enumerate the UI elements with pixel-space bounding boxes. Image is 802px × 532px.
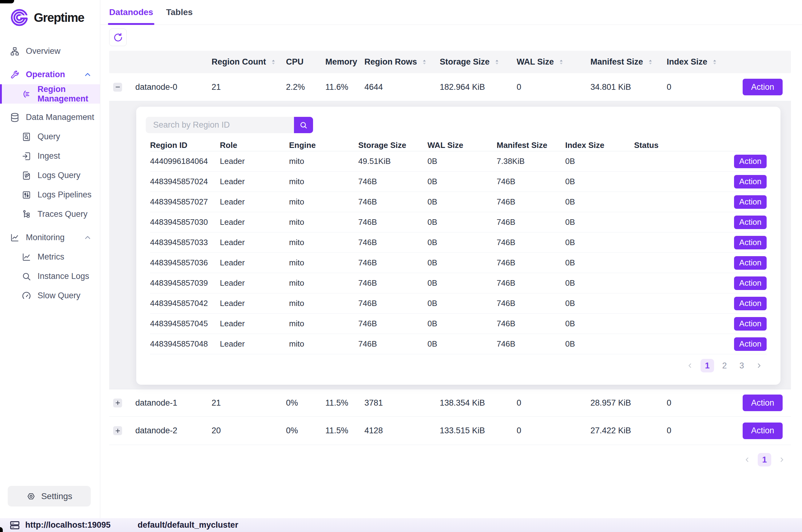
sidebar-item-overview[interactable]: Overview — [0, 41, 100, 61]
cell-storage-size: 49.51KiB — [358, 156, 427, 166]
region-action-button[interactable]: Action — [734, 277, 767, 290]
sitemap-icon — [10, 46, 20, 56]
cell-manifest-size: 28.957 KiB — [590, 398, 667, 408]
brand-name: Greptime — [34, 11, 84, 25]
chevron-up-icon[interactable] — [83, 233, 92, 242]
region-table-row: 4483945857036 Leader mito 746B 0B 746B 0… — [150, 253, 767, 273]
cell-memory: 11.6% — [325, 82, 364, 92]
prev-page-icon[interactable] — [683, 359, 697, 373]
sidebar-item-data-management[interactable]: Data Management — [0, 108, 100, 127]
cell-storage-size: 746B — [358, 299, 427, 308]
region-table-body: 4440996184064 Leader mito 49.51KiB 0B 7.… — [150, 151, 767, 354]
datanodes-table-header: Region Count CPU Memory Region Rows Stor… — [109, 51, 791, 73]
sort-icon[interactable] — [493, 58, 501, 66]
cell-wal-size: 0B — [427, 177, 497, 186]
sort-icon[interactable] — [647, 58, 654, 66]
search-button[interactable] — [294, 117, 313, 133]
cell-storage-size: 746B — [358, 238, 427, 247]
cell-role: Leader — [220, 319, 289, 328]
cell-engine: mito — [289, 156, 358, 166]
region-action-button[interactable]: Action — [734, 317, 767, 330]
sidebar-item-slow-query[interactable]: Slow Query — [0, 286, 100, 305]
column-label: Region Count — [212, 57, 266, 67]
magnifier-icon — [21, 271, 31, 281]
action-button[interactable]: Action — [743, 395, 783, 411]
action-button[interactable]: Action — [743, 422, 783, 439]
sort-icon[interactable] — [711, 58, 718, 66]
sidebar-item-monitoring[interactable]: Monitoring — [0, 228, 100, 247]
cell-role: Leader — [220, 177, 289, 186]
region-action-button[interactable]: Action — [734, 297, 767, 310]
sidebar-item-query[interactable]: Query — [0, 127, 100, 146]
chevron-up-icon[interactable] — [83, 71, 92, 79]
region-action-button[interactable]: Action — [734, 155, 767, 168]
tree-icon — [21, 209, 31, 219]
page-1[interactable]: 1 — [701, 359, 714, 373]
line-chart-icon — [10, 233, 20, 243]
line-chart-icon — [21, 252, 31, 262]
column-label: WAL Size — [517, 57, 554, 67]
expand-row-button[interactable] — [113, 399, 122, 407]
sidebar-item-metrics[interactable]: Metrics — [0, 247, 100, 267]
region-table-header: Region ID Role Engine Storage Size WAL S… — [150, 139, 767, 151]
sort-icon[interactable] — [421, 58, 428, 66]
region-action-button[interactable]: Action — [734, 215, 767, 229]
refresh-button[interactable] — [109, 28, 127, 46]
action-button[interactable]: Action — [743, 79, 783, 95]
sidebar-item-label: Logs Query — [38, 171, 80, 180]
sidebar-item-traces-query[interactable]: Traces Query — [0, 205, 100, 224]
cell-manifest-size: 34.801 KiB — [590, 82, 667, 92]
region-table-row: 4483945857033 Leader mito 746B 0B 746B 0… — [150, 232, 767, 253]
sidebar-item-label: Operation — [26, 70, 65, 79]
sidebar-item-label: Logs Pipelines — [38, 190, 92, 200]
page-1[interactable]: 1 — [758, 453, 771, 467]
sidebar-item-instance-logs[interactable]: Instance Logs — [0, 267, 100, 286]
server-url[interactable]: http://localhost:19095 — [25, 520, 111, 530]
cluster-name[interactable]: default/default_mycluster — [138, 520, 238, 530]
collapse-row-button[interactable] — [113, 83, 122, 92]
sidebar-item-operation[interactable]: Operation — [0, 65, 100, 84]
region-table-row: 4483945857039 Leader mito 746B 0B 746B 0… — [150, 273, 767, 293]
sort-icon[interactable] — [270, 58, 277, 66]
cell-index-size: 0B — [565, 177, 634, 186]
region-action-button[interactable]: Action — [734, 195, 767, 209]
sidebar-item-label: Overview — [26, 46, 61, 56]
next-page-icon[interactable] — [752, 359, 766, 373]
region-table-row: 4483945857045 Leader mito 746B 0B 746B 0… — [150, 314, 767, 334]
cell-wal-size: 0 — [517, 426, 590, 435]
tab-tables[interactable]: Tables — [166, 0, 193, 25]
app-window: Greptime Overview — [0, 0, 802, 532]
cell-region-count: 21 — [212, 82, 286, 92]
next-page-icon[interactable] — [775, 453, 788, 467]
region-action-button[interactable]: Action — [734, 175, 767, 189]
page-2[interactable]: 2 — [718, 359, 731, 373]
cell-cpu: 0% — [286, 426, 325, 435]
cell-manifest-size: 746B — [497, 339, 565, 349]
region-search-input[interactable] — [146, 117, 294, 133]
page-3[interactable]: 3 — [735, 359, 748, 373]
sidebar-item-logs-query[interactable]: Logs Query — [0, 166, 100, 185]
sidebar-item-ingest[interactable]: Ingest — [0, 146, 100, 166]
column-storage-size: Storage Size — [440, 57, 517, 67]
region-action-button[interactable]: Action — [734, 256, 767, 270]
settings-button[interactable]: Settings — [8, 486, 91, 507]
sidebar-item-logs-pipelines[interactable]: Logs Pipelines — [0, 185, 100, 205]
region-action-button[interactable]: Action — [734, 236, 767, 249]
sidebar-item-label: Query — [38, 132, 60, 141]
expand-row-button[interactable] — [113, 426, 122, 435]
tab-datanodes[interactable]: Datanodes — [109, 0, 153, 25]
cell-storage-size: 138.354 KiB — [440, 398, 517, 408]
cell-manifest-size: 746B — [497, 299, 565, 308]
column-region-id: Region ID — [150, 140, 220, 150]
cell-role: Leader — [220, 278, 289, 288]
table-row-datanode-0: datanode-0 21 2.2% 11.6% 4644 182.964 Ki… — [109, 73, 791, 101]
chevron-up-icon[interactable] — [83, 113, 92, 122]
sort-icon[interactable] — [557, 58, 565, 66]
cell-region-rows: 4644 — [364, 82, 440, 92]
region-action-button[interactable]: Action — [734, 337, 767, 351]
sidebar-item-region-management[interactable]: Region Management — [0, 84, 100, 103]
column-region-count: Region Count — [212, 57, 286, 67]
brand-logo: Greptime — [0, 0, 100, 28]
prev-page-icon[interactable] — [741, 453, 754, 467]
cell-index-size: 0B — [565, 197, 634, 207]
